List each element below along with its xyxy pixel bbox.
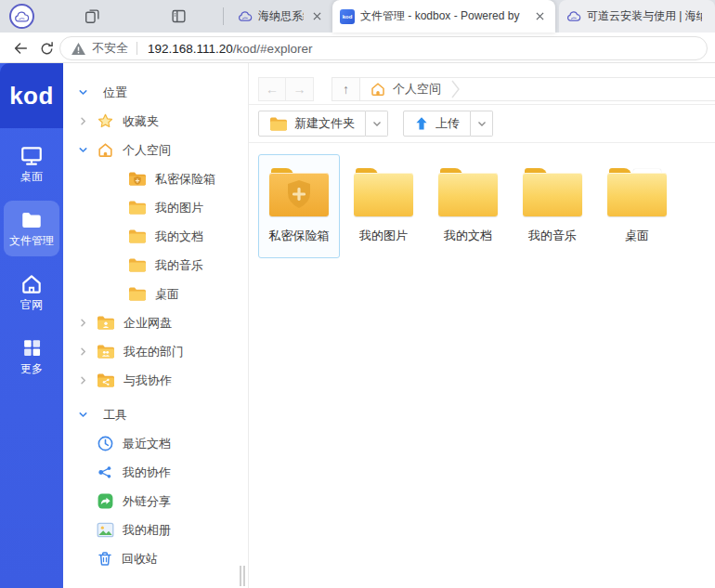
folder-files-icon	[607, 168, 667, 216]
folder-icon	[354, 168, 413, 216]
tree-item[interactable]: 工具	[63, 400, 248, 429]
chevron-right-icon[interactable]	[78, 116, 97, 126]
new-folder-button[interactable]: 新建文件夹	[258, 111, 366, 137]
security-warning-icon[interactable]	[72, 43, 85, 55]
browser-window: 海纳思系统 kod 文件管理 - kodbox - Powered by 可道云…	[0, 0, 715, 588]
tab-close-icon[interactable]	[309, 8, 325, 24]
tree-item[interactable]: 位置	[63, 78, 248, 107]
tree-item[interactable]: 我在的部门	[63, 337, 248, 366]
history-back-button[interactable]: ←	[258, 77, 286, 101]
refresh-button[interactable]	[35, 37, 58, 59]
clock-icon	[97, 435, 114, 452]
tree-item-label: 最近文档	[123, 436, 171, 452]
tab-groups-icon[interactable]	[84, 7, 101, 25]
file-item[interactable]: 我的文档	[427, 154, 509, 258]
browser-tab[interactable]: 海纳思系统	[230, 0, 332, 33]
button-label: 新建文件夹	[294, 115, 355, 132]
tree-item[interactable]: 企业网盘	[63, 308, 248, 337]
workspace-cloud-icon[interactable]	[9, 4, 34, 29]
tree-item[interactable]: 私密保险箱	[63, 164, 248, 193]
history-forward-button[interactable]: →	[286, 77, 314, 101]
tree-item[interactable]: 我的图片	[63, 193, 248, 222]
tree-item-label: 私密保险箱	[155, 171, 215, 188]
folder-yellow-icon	[128, 257, 147, 273]
divider	[136, 42, 137, 55]
chevron-down-icon[interactable]	[78, 145, 97, 155]
file-item[interactable]: 我的图片	[343, 154, 424, 258]
tree-item-label: 外链分享	[123, 493, 171, 510]
tree-item-label: 企业网盘	[124, 315, 172, 332]
chevron-down-icon[interactable]	[78, 87, 97, 98]
folder-yellow-icon	[128, 200, 147, 216]
url-path: /kod/#explorer	[233, 42, 313, 56]
tree-item[interactable]: 最近文档	[63, 429, 248, 458]
external-share-icon	[97, 492, 114, 510]
tree-item[interactable]: 我的相册	[63, 516, 248, 544]
tree-item[interactable]: 我的文档	[63, 222, 248, 251]
tree-item[interactable]: 个人空间	[63, 136, 248, 164]
up-button[interactable]: ↑	[332, 78, 360, 100]
file-name: 私密保险箱	[269, 228, 330, 244]
folder-white-icon	[20, 207, 44, 232]
cloud-icon	[566, 10, 581, 22]
star-icon	[97, 112, 114, 130]
rail-item-folder-white[interactable]: 文件管理	[4, 201, 59, 256]
address-bar[interactable]: 不安全 192.168.111.20 /kod/#explorer	[59, 36, 708, 60]
tree-item[interactable]: 与我协作	[63, 366, 248, 395]
rail-item-desktop[interactable]: 桌面	[4, 137, 59, 192]
rail-item-label: 更多	[20, 361, 43, 377]
tree-item[interactable]: 桌面	[63, 280, 248, 308]
vertical-tabs-icon[interactable]	[170, 7, 188, 25]
tree-item[interactable]: 外链分享	[63, 487, 248, 516]
file-item[interactable]: 私密保险箱	[258, 154, 340, 258]
chevron-right-icon[interactable]	[78, 318, 97, 328]
file-item[interactable]: 桌面	[596, 154, 678, 258]
tree-item-label: 回收站	[122, 551, 158, 568]
cloud-icon	[238, 10, 253, 22]
button-label: 上传	[436, 115, 460, 132]
chevron-right-icon[interactable]	[78, 375, 97, 385]
browser-tab-bar: 海纳思系统 kod 文件管理 - kodbox - Powered by 可道云…	[0, 0, 715, 33]
toolbar-button-group: 新建文件夹	[258, 111, 388, 137]
share-nodes-icon	[97, 464, 114, 481]
upload-button[interactable]: 上传	[403, 111, 471, 137]
rail-item-label: 文件管理	[9, 233, 54, 249]
tree-item[interactable]: 回收站	[63, 544, 248, 573]
rail-item-label: 桌面	[20, 169, 43, 185]
folder-icon	[523, 168, 582, 216]
browser-tab[interactable]: 可道云安装与使用 | 海纳思	[559, 0, 715, 33]
security-label: 不安全	[92, 40, 128, 57]
home-icon	[370, 81, 386, 98]
panel-resize-handle[interactable]	[240, 566, 245, 586]
folder-share-icon	[97, 372, 115, 388]
dropdown-caret-icon[interactable]	[366, 111, 388, 137]
rail-item-home-outline[interactable]: 官网	[4, 265, 59, 320]
breadcrumb[interactable]: 个人空间	[360, 79, 460, 99]
file-name: 我的音乐	[528, 228, 577, 244]
file-item[interactable]: 我的音乐	[512, 154, 593, 258]
tree-item[interactable]: 我的音乐	[63, 251, 248, 280]
chevron-right-icon[interactable]	[78, 346, 97, 357]
tab-close-icon[interactable]	[532, 8, 548, 24]
app-rail: kod 桌面 文件管理 官网 更多	[0, 63, 63, 588]
chevron-down-icon[interactable]	[78, 410, 97, 420]
dropdown-caret-icon[interactable]	[471, 111, 493, 137]
tree-item[interactable]: 文件类型	[63, 581, 248, 588]
tree-item-label: 位置	[103, 85, 127, 101]
rail-item-label: 官网	[20, 297, 43, 313]
breadcrumb-bar: ← → ↑ 个人空间	[249, 63, 715, 104]
tree-item-label: 工具	[103, 407, 127, 424]
tree-item[interactable]: 我的协作	[63, 458, 248, 487]
kodbox-icon: kod	[340, 9, 355, 24]
tree-item[interactable]: 收藏夹	[63, 107, 248, 136]
divider	[223, 7, 224, 25]
tree-item-label: 我的文档	[155, 229, 203, 245]
photo-icon	[97, 522, 114, 538]
tree-item-label: 个人空间	[123, 142, 171, 159]
browser-tab[interactable]: kod 文件管理 - kodbox - Powered by	[332, 0, 555, 33]
kodbox-app: kod 桌面 文件管理 官网 更多 位置 收藏夹 个人空间 私密保险箱 我的图片…	[0, 63, 715, 588]
tab-title: 文件管理 - kodbox - Powered by	[360, 8, 526, 24]
tree-item-label: 我的音乐	[155, 257, 203, 274]
back-button[interactable]	[9, 37, 32, 59]
rail-item-grid[interactable]: 更多	[4, 329, 59, 385]
